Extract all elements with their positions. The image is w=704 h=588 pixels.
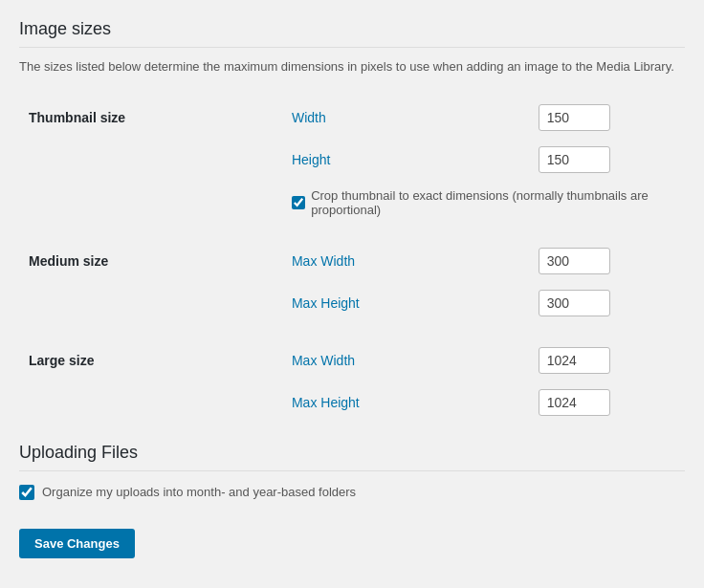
thumbnail-crop-row: Crop thumbnail to exact dimensions (norm… [19, 181, 685, 225]
thumbnail-crop-checkbox[interactable] [292, 195, 305, 210]
thumbnail-width-cell [529, 97, 685, 139]
medium-max-width-cell [529, 240, 685, 282]
medium-height-row: Max Height [19, 282, 685, 324]
spacer-2 [19, 324, 685, 339]
uploading-files-section: Uploading Files Organize my uploads into… [19, 443, 685, 500]
thumbnail-size-label: Thumbnail size [19, 97, 282, 139]
medium-height-input[interactable] [539, 290, 610, 316]
medium-max-width-label: Max Width [282, 240, 529, 282]
thumbnail-height-input[interactable] [539, 146, 610, 173]
thumbnail-crop-cell: Crop thumbnail to exact dimensions (norm… [282, 181, 685, 225]
organize-uploads-option: Organize my uploads into month- and year… [19, 485, 685, 500]
large-height-input[interactable] [539, 389, 610, 416]
large-size-row: Large size Max Width [19, 339, 685, 381]
thumbnail-crop-wrapper: Crop thumbnail to exact dimensions (norm… [292, 188, 675, 217]
thumbnail-height-cell [529, 139, 685, 181]
medium-max-height-label: Max Height [282, 282, 529, 324]
uploading-files-title: Uploading Files [19, 443, 685, 471]
medium-max-height-cell [529, 282, 685, 324]
image-sizes-title: Image sizes [19, 19, 685, 48]
large-max-width-label: Max Width [282, 339, 529, 381]
large-max-width-cell [529, 339, 685, 381]
large-max-height-cell [529, 381, 685, 424]
thumbnail-height-label: Height [282, 139, 529, 181]
large-size-label: Large size [19, 339, 282, 381]
medium-size-row: Medium size Max Width [19, 240, 685, 282]
large-width-input[interactable] [539, 347, 610, 374]
thumbnail-width-label: Width [282, 97, 529, 139]
page-container: Image sizes The sizes listed below deter… [0, 0, 704, 587]
large-height-row: Max Height [19, 381, 685, 424]
organize-uploads-label[interactable]: Organize my uploads into month- and year… [42, 485, 356, 499]
spacer-1 [19, 225, 685, 240]
medium-width-input[interactable] [539, 248, 610, 274]
save-changes-button[interactable]: Save Changes [19, 529, 135, 558]
image-sizes-description: The sizes listed below determine the max… [19, 57, 685, 77]
thumbnail-width-input[interactable] [539, 104, 610, 131]
thumbnail-size-row: Thumbnail size Width [19, 97, 685, 139]
medium-size-label: Medium size [19, 240, 282, 282]
image-sizes-table: Thumbnail size Width Height Crop th [19, 97, 685, 424]
thumbnail-crop-label[interactable]: Crop thumbnail to exact dimensions (norm… [311, 188, 675, 217]
large-max-height-label: Max Height [282, 381, 529, 424]
organize-uploads-checkbox[interactable] [19, 485, 34, 500]
thumbnail-height-row: Height [19, 139, 685, 181]
